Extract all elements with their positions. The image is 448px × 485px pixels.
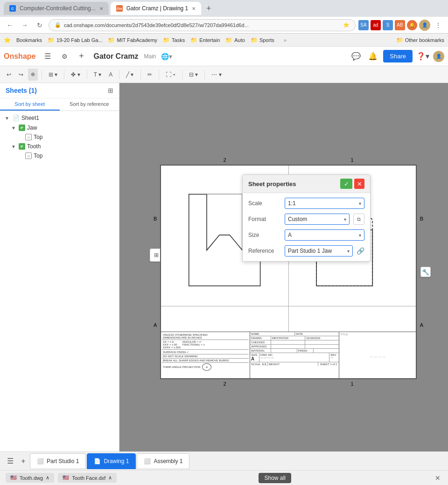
forward-button[interactable]: → (19, 19, 31, 31)
language-button[interactable]: 🌐▾ (160, 50, 173, 63)
export-btn[interactable]: ⊟ ▾ (186, 69, 201, 81)
reference-value: Part Studio 1 Jaw (288, 248, 332, 254)
nav-icons: SA ad S AB 🔔 👤 ⋮ (358, 19, 444, 31)
bookmark-fabacademy[interactable]: 📁 MIT FabAcademy (108, 37, 157, 43)
status-close-button[interactable]: ✕ (433, 473, 442, 483)
bookmark-tasks[interactable]: 📁 Tasks (163, 37, 185, 43)
back-button[interactable]: ← (4, 19, 16, 31)
settings-button[interactable]: ⚙ (58, 50, 71, 63)
pen-btn[interactable]: ✏ (145, 69, 155, 81)
show-all-button[interactable]: Show all (259, 473, 291, 483)
tree-item-sheet1[interactable]: ▼ 📄 Sheet1 (0, 113, 119, 123)
tasks-label: Tasks (172, 37, 185, 43)
sheet-props-ok-button[interactable]: ✓ (340, 179, 352, 189)
hamburger-menu[interactable]: ☰ (41, 50, 54, 63)
tab-2[interactable]: On Gator Cramz | Drawing 1 ✕ (111, 2, 202, 15)
scale-select[interactable]: 1:1 ▾ (285, 198, 364, 209)
address-bar[interactable]: 🔒 cad.onshape.com/documents/2d7543de39ef… (49, 19, 356, 31)
address-text: cad.onshape.com/documents/2d7543de39efce… (64, 22, 340, 28)
insert-btn[interactable]: ✤ ▾ (68, 69, 83, 81)
sheet-block: SHEET 1 of 1 (318, 362, 339, 366)
fit-button[interactable]: ⊕ (28, 69, 38, 81)
checked-by (271, 340, 305, 344)
weight-block: WEIGHT (267, 362, 318, 366)
add-button[interactable]: + (75, 50, 88, 63)
share-button[interactable]: Share (383, 50, 413, 62)
text2-btn[interactable]: A (106, 69, 115, 81)
sort-by-sheet-tab[interactable]: Sort by sheet (0, 98, 60, 111)
drawing-tab[interactable]: 📄 Drawing 1 (87, 453, 136, 469)
part-studio-tab[interactable]: ⬜ Part Studio 1 (30, 453, 86, 469)
size-row: Size A ▾ (248, 229, 364, 241)
tooth-dwg-label: Tooth.dwg (20, 475, 43, 481)
format-copy-button[interactable]: ⧉ (353, 214, 364, 225)
jaw-toggle[interactable]: ▼ (10, 125, 17, 131)
tooth-toggle[interactable]: ▼ (10, 143, 17, 150)
sort-by-reference-tab[interactable]: Sort by reference (60, 98, 119, 111)
clip-btn[interactable]: ⛶ ▾ (163, 69, 178, 81)
bookmark-auto[interactable]: 📁 Auto (225, 37, 245, 43)
sep5 (140, 70, 141, 79)
bookmarks-label: Bookmarks (16, 37, 42, 43)
tab-1[interactable]: C Computer-Controlled Cutting... ✕ (4, 2, 109, 15)
tab1-close[interactable]: ✕ (99, 6, 103, 11)
more-options-button[interactable]: ⋮ (432, 19, 444, 31)
icon3[interactable]: S (383, 20, 393, 30)
add-tab-button[interactable]: + (17, 455, 30, 468)
grid-right-A: A (420, 272, 423, 378)
refresh-button[interactable]: ↻ (34, 19, 46, 31)
help-icon[interactable]: ❓▾ (416, 50, 429, 63)
tree-item-jaw[interactable]: ▼ P Jaw (7, 123, 119, 132)
icon4[interactable]: AB (395, 20, 405, 30)
tab2-label: Gator Cramz | Drawing 1 (126, 5, 189, 12)
assembly-tab[interactable]: ⬜ Assembly 1 (137, 453, 189, 469)
sheet-props-cancel-button[interactable]: ✕ (354, 179, 364, 189)
redo-button[interactable]: ↪ (16, 69, 26, 81)
status-item-tooth-dwg[interactable]: 🇺🇸 Tooth.dwg ∧ (6, 473, 54, 483)
surface-finish: SURFACE FINISH ✓ (162, 350, 249, 354)
wrench-button[interactable]: 🔧 (420, 267, 431, 277)
checked-label: CHECKED (250, 340, 271, 344)
grid-right-B: B (420, 166, 423, 272)
sep4 (119, 70, 119, 79)
bookmark-entertain[interactable]: 📁 Entertain (190, 37, 220, 43)
icon5[interactable]: 🔔 (407, 20, 417, 30)
chat-icon[interactable]: 💬 (350, 50, 363, 63)
icon2[interactable]: ad (371, 20, 381, 30)
bookmark-sports[interactable]: 📁 Sports (251, 37, 274, 43)
other-bookmarks[interactable]: 📁 Other bookmarks (396, 37, 444, 43)
tab2-close[interactable]: ✕ (192, 6, 196, 11)
bookmark-bookmarks[interactable]: Bookmarks (16, 37, 42, 43)
view-btn[interactable]: ⊞ ▾ (46, 69, 60, 81)
bookmark-more[interactable]: » (284, 37, 287, 43)
line-btn[interactable]: ╱ ▾ (123, 69, 136, 81)
text-btn[interactable]: T ▾ (91, 69, 104, 81)
scale-chevron: ▾ (359, 201, 361, 206)
sports-label: Sports (259, 37, 274, 43)
sep3 (87, 70, 87, 79)
new-tab-button[interactable]: + (203, 3, 214, 14)
filter-button[interactable]: ☰ (4, 455, 17, 468)
sheet1-toggle[interactable]: ▼ (4, 115, 10, 121)
status-item-tooth-face[interactable]: 🇺🇸 Tooth Face.dxf ∧ (58, 473, 117, 483)
bookmark-fablab[interactable]: 📁 19-20 Fab Lab Ga... (48, 37, 102, 43)
tree-item-tooth-top[interactable]: ⊡ Top (13, 151, 119, 160)
folder-icon-1: 📁 (48, 37, 55, 43)
size-select[interactable]: A ▾ (285, 229, 364, 241)
sep8 (204, 70, 205, 79)
profile-icon[interactable]: 👤 (419, 20, 430, 31)
format-select[interactable]: Custom ▾ (285, 214, 350, 225)
sidebar-expand-button[interactable]: ⊞ (108, 87, 113, 94)
tree-item-tooth[interactable]: ▼ P Tooth (7, 142, 119, 151)
undo-button[interactable]: ↩ (4, 69, 14, 81)
more-btn[interactable]: ⋯ ▾ (209, 69, 224, 81)
drawn-label: DRAWN (250, 336, 271, 340)
notification-icon[interactable]: 🔔 (366, 50, 379, 63)
reference-link-button[interactable]: 🔗 (357, 247, 364, 255)
drawing-area[interactable]: Sheet properties ✓ ✕ Scale 1:1 ▾ (119, 83, 448, 451)
tree-item-jaw-top[interactable]: ⊡ Top (13, 132, 119, 142)
fabacademy-label: MIT FabAcademy (117, 37, 157, 43)
reference-select[interactable]: Part Studio 1 Jaw ▾ (285, 245, 353, 256)
extensions-icon[interactable]: SA (358, 20, 369, 30)
user-avatar[interactable]: 👤 (433, 51, 444, 62)
